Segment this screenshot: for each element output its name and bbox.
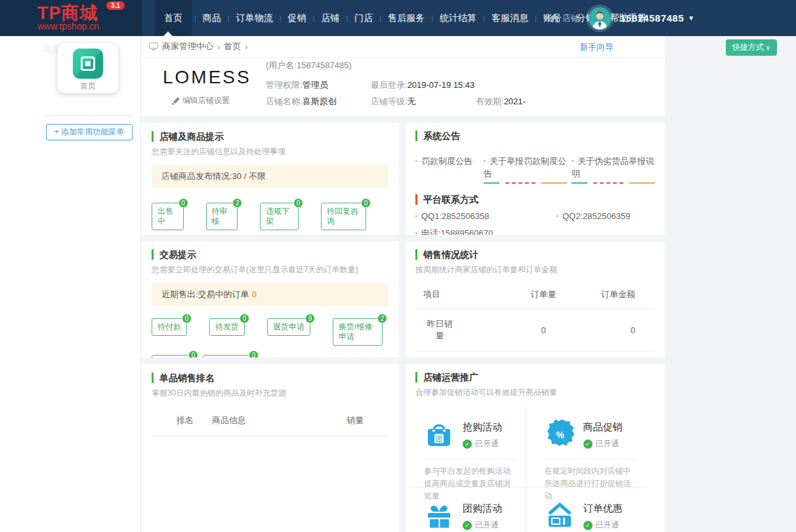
nav-item-service-msg[interactable]: 客服消息 [488,0,532,36]
account-phone[interactable]: 15874587485 [620,12,684,24]
announcement-text: 关于举报罚款制度公告 [484,156,566,178]
header-sales: 销量 [346,415,364,426]
check-circle-icon: ✓ [463,521,472,530]
add-menu-button[interactable]: + 添加常用功能菜单 [46,124,133,140]
tile-dot-shape [85,61,91,66]
table-row: 月销量 0 [415,352,655,358]
check-circle-icon: ✓ [463,440,472,449]
edit-pencil-icon [172,97,180,105]
promo-item-group-buy[interactable]: 团购活动 ✓已开通 [406,487,526,532]
breadcrumb: 商家管理中心 › 首页 › 新手向导 [141,36,665,58]
account-dropdown-caret-icon[interactable]: ▼ [688,14,694,22]
breadcrumb-item-home[interactable]: 首页 [224,41,241,52]
nav-item-goods[interactable]: 商品 [199,0,225,36]
underline-decoration [572,182,655,184]
platform-contact-title: 平台联系方式 [415,194,655,205]
nav-item-orders[interactable]: 订单物流 [232,0,277,36]
store-field-name: 店铺名称:喜斯原创 [266,96,337,108]
announcement-link-fine[interactable]: 罚款制度公告 [415,155,482,184]
pending-payment-button[interactable]: 待付款0 [152,318,187,336]
store-username: (用户名:15874587485) [266,60,352,72]
promo-name: 团购活动 [463,502,502,515]
ranking-subtitle: 掌握30日内最热销的商品及时补充货源 [152,388,388,399]
home-tile-icon [73,49,103,79]
contact-qq2: QQ2:2852506359 [556,211,630,221]
shop-tips-subtitle: 您需要关注的店铺信息以及待处理事项 [152,146,388,157]
field-label: 最后登录: [371,80,408,90]
count-badge: 0 [188,350,198,358]
sales-stats-card: 销售情况统计 按周期统计商家店铺的订单量和订单金额 项目 订单量 订单金额 昨日… [406,241,665,358]
notice-label: 近期售出:交易中的订单 [161,289,249,299]
partial-ship-button[interactable]: 部分发货订单0 [152,355,194,358]
nav-separator: | [532,14,539,22]
home-tile-label: 首页 [58,81,118,92]
header-item: 项目 [415,282,494,309]
pending-confirm-button[interactable]: 待确认订单0 [203,355,254,358]
nav-item-promo[interactable]: 促销 [284,0,310,36]
pending-review-button[interactable]: 待审核2 [206,203,238,230]
home-icon [550,14,559,22]
row-amount [593,352,655,358]
exchange-repair-button[interactable]: 换货/维修申请2 [333,318,383,346]
nav-item-stores[interactable]: 门店 [350,0,377,36]
trading-order-count: 0 [252,289,257,299]
table-row: 昨日销量 0 0 [415,309,655,352]
promo-status-text: 已开通 [475,438,499,449]
avatar[interactable] [589,7,611,30]
announcement-link-report-fine[interactable]: 关于举报罚款制度公告 [484,155,567,184]
bullet [415,160,417,162]
announcement-link-fake-goods[interactable]: 关于伪劣货品举报说明 [572,155,655,184]
sales-stats-subtitle: 按周期统计商家店铺的订单量和订单金额 [415,264,655,276]
nav-item-shop[interactable]: 店铺 [317,0,343,36]
quick-shortcut-button[interactable]: 快捷方式∨ [726,39,777,56]
sales-stats-table: 项目 订单量 订单金额 昨日销量 0 0 月销量 0 [415,282,655,358]
pending-ship-button[interactable]: 待发货0 [209,318,245,336]
newbie-guide-link[interactable]: 新手向导 [579,41,614,53]
field-value: 管理员 [303,80,328,90]
count-badge: 0 [178,198,188,208]
nav-item-home[interactable]: 首页 [155,0,192,36]
sidebar-home-tile[interactable]: 首页 [58,43,118,93]
return-request-button[interactable]: 退货申请9 [267,318,310,336]
underline-decoration [484,182,567,184]
nav-separator: | [225,14,232,22]
announcement-title: 系统公告 [415,131,655,141]
edit-store-label: 编辑店铺设置 [182,95,230,106]
header-goods-info: 商品信息 [212,415,246,426]
store-home-link[interactable]: 店铺 [550,12,579,24]
top-navbar: TP商城 3.1 www.tpshop.cn 首页 | 商品 | 订单物流 | … [0,0,796,36]
trade-tips-title: 交易提示 [152,249,388,260]
promo-item-flash-sale[interactable]: 团 抢购活动 ✓已开通 参与平台发起的抢购活动提高商品成交量及店铺浏览量 [406,406,526,487]
coupon-icon [545,501,575,531]
breadcrumb-item-root[interactable]: 商家管理中心 [162,41,213,52]
field-label: 有效期: [476,96,504,106]
field-label: 店铺名称: [266,96,303,106]
button-label: 待审核 [212,207,228,226]
bullet [415,215,417,217]
button-label: 违规下架 [266,207,289,226]
promo-item-goods-promo[interactable]: % 商品促销 ✓已开通 在规定时间段内对店铺中所选商品进行打折促销活动 [526,406,646,487]
promo-item-order-discount[interactable]: 订单优惠 ✓已开通 [526,487,646,532]
sidebar-divider [46,115,131,116]
violation-off-button[interactable]: 违规下架0 [260,203,299,230]
announcement-card: 系统公告 罚款制度公告 关于举报罚款制度公告 关于伪劣货品举报说明 平台联系方式… [406,123,665,235]
row-label: 月销量 [415,352,494,358]
count-badge: 9 [305,314,315,323]
bullet [415,232,417,234]
field-label: 店铺等级: [371,96,408,106]
edit-store-link[interactable]: 编辑店铺设置 [172,95,230,106]
row-label: 昨日销量 [423,318,456,342]
count-badge: 0 [182,314,192,323]
field-value: 2019-07-19 15:43 [408,80,475,90]
pending-reply-button[interactable]: 待回复咨询0 [321,203,366,230]
on-sale-button[interactable]: 出售中0 [152,203,184,230]
check-circle-icon: ✓ [583,521,593,530]
header-amount: 订单金额 [593,282,655,309]
group-buy-bag-icon: 团 [424,419,454,449]
announcement-text: 关于伪劣货品举报说明 [572,156,654,178]
main-content: 商家管理中心 › 首页 › 新手向导 LOMESS 编辑店铺设置 (用户名:15… [141,36,665,532]
nav-item-aftersale[interactable]: 售后服务 [384,0,429,36]
gift-icon [424,501,454,531]
ranking-card: 单品销售排名 掌握30日内最热销的商品及时补充货源 排名 商品信息 销量 [141,364,399,532]
nav-item-stats[interactable]: 统计结算 [436,0,480,36]
